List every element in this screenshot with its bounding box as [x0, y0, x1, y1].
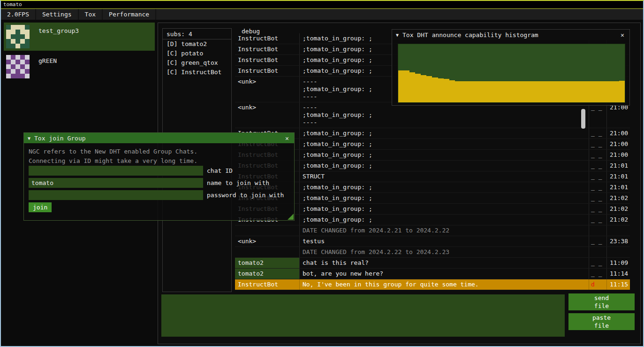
member-item[interactable]: [C] green_qtox	[163, 58, 231, 68]
message-status: d	[589, 279, 606, 290]
group-avatar-icon	[6, 25, 30, 48]
histogram-bar	[472, 81, 477, 102]
histogram-bar	[568, 81, 574, 102]
message-text: STRUCT	[299, 171, 589, 182]
join-button[interactable]: join	[29, 202, 52, 212]
join-info-line: Connecting via ID might take a very long…	[29, 156, 197, 166]
histogram-bar	[557, 81, 562, 102]
date-changed-text: DATE CHANGED from 2024.2.22 to 2024.2.23	[299, 247, 589, 257]
message-sender: tomato2	[235, 269, 299, 279]
join-password-input[interactable]	[29, 190, 203, 200]
chat-message-row[interactable]: tomato2chat is this real?_ _11:09	[235, 258, 630, 269]
chat-id-label: chat ID	[207, 167, 233, 174]
histogram-bar	[546, 81, 551, 102]
tomato-app-window: tomato 2.0FPSSettingsToxPerformance test…	[0, 0, 644, 347]
histogram-bar	[580, 81, 585, 102]
join-name-row: tomatoname to join with	[29, 178, 284, 188]
histogram-bar	[409, 72, 415, 102]
group-name: test_group3	[38, 27, 79, 51]
members-count: subs: 4	[163, 29, 231, 39]
histogram-bar	[506, 81, 511, 102]
histogram-bar	[421, 75, 426, 102]
message-sender: tomato2	[235, 258, 299, 268]
histogram-bar	[551, 81, 557, 102]
message-text: No, I've been in this group for quite so…	[299, 279, 589, 290]
join-password-row: password to join with	[29, 190, 284, 200]
histogram-bar	[449, 80, 455, 102]
message-time: 21:02	[606, 204, 630, 214]
message-status: _ _	[589, 150, 606, 160]
group-sidebar: test_group3gREEN	[4, 23, 155, 83]
message-status: _ _	[589, 258, 606, 268]
chat-message-row[interactable]: <unk>testus_ _23:38	[235, 236, 630, 247]
message-sender: InstructBot	[235, 279, 299, 290]
join-fields: chat IDtomatoname to join withpassword t…	[29, 166, 284, 202]
group-avatar-icon	[6, 55, 30, 78]
window-title: tomato	[3, 1, 22, 8]
date-changed-text: DATE CHANGED from 2024.2.21 to 2024.2.22	[299, 225, 589, 236]
message-input[interactable]	[161, 294, 565, 337]
menu-item-performance[interactable]: Performance	[103, 9, 156, 20]
message-text: ---- ;tomato_in_group: ; ----	[299, 102, 589, 128]
message-time: 11:14	[606, 269, 630, 279]
fps-counter: 2.0FPS	[1, 9, 36, 20]
member-item[interactable]: [C] InstructBot	[163, 68, 231, 77]
histogram-bar	[591, 81, 597, 102]
histogram-bar	[404, 70, 409, 102]
histogram-bar	[574, 81, 579, 102]
histogram-bar	[426, 76, 432, 102]
message-sender: InstructBot	[235, 33, 299, 44]
close-icon[interactable]: ✕	[619, 31, 626, 39]
message-time: 11:15	[606, 279, 630, 290]
chat-message-row[interactable]: <unk>---- ;tomato_in_group: ; ----_ _21:…	[235, 102, 630, 128]
chat-message-row[interactable]: InstructBotNo, I've been in this group f…	[235, 279, 630, 290]
message-text: ;tomato_in_group: ;	[299, 128, 589, 139]
message-text: ;tomato_in_group: ;	[299, 193, 589, 203]
chat-scrollbar-thumb[interactable]	[581, 109, 585, 129]
resize-grip[interactable]	[288, 214, 294, 220]
menu-item-tox[interactable]: Tox	[79, 9, 103, 20]
message-sender: InstructBot	[235, 44, 299, 54]
histogram-bar	[529, 81, 534, 102]
join-password-label: password to join with	[207, 192, 284, 199]
histogram-bar	[597, 81, 602, 102]
collapse-arrow-icon[interactable]: ▼	[396, 32, 399, 38]
histogram-bar	[477, 81, 483, 102]
send-file-button[interactable]: send file	[568, 293, 635, 310]
message-text: ;tomato_in_group: ;	[299, 204, 589, 214]
message-status: _ _	[589, 269, 606, 279]
histogram-plot	[398, 44, 625, 103]
chat-message-row[interactable]: tomato2bot, are you new here?_ _11:14	[235, 269, 630, 279]
close-icon[interactable]: ✕	[284, 135, 290, 142]
member-item[interactable]: [C] potato	[163, 49, 231, 58]
message-sender: <unk>	[235, 102, 299, 128]
histogram-bar	[489, 81, 494, 102]
message-text: ;tomato_in_group: ;	[299, 139, 589, 149]
histogram-bars	[398, 44, 625, 102]
group-item-test_group3[interactable]: test_group3	[4, 23, 155, 51]
histogram-bar	[455, 81, 461, 102]
group-item-gREEN[interactable]: gREEN	[4, 53, 155, 81]
paste-file-button[interactable]: paste file	[568, 313, 635, 330]
chat-id-input[interactable]	[29, 166, 203, 176]
join-group-titlebar[interactable]: ▼ Tox join Group ✕	[24, 133, 294, 143]
histogram-titlebar[interactable]: ▼ Tox DHT announce capability histogram …	[392, 30, 629, 40]
message-text: chat is this real?	[299, 258, 589, 268]
histogram-bar	[534, 81, 540, 102]
collapse-arrow-icon[interactable]: ▼	[28, 136, 30, 141]
histogram-bar	[619, 81, 625, 102]
histogram-bar	[614, 81, 619, 102]
message-status: _ _	[589, 171, 606, 182]
message-text: ;tomato_in_group: ;	[299, 215, 589, 225]
menu-item-settings[interactable]: Settings	[36, 9, 79, 20]
histogram-bar	[540, 81, 546, 102]
group-name: gREEN	[38, 57, 57, 81]
join-info-line: NGC refers to the New DHT enabled Group …	[29, 147, 197, 156]
member-item[interactable]: [D] tomato2	[163, 39, 231, 49]
message-sender: InstructBot	[235, 55, 299, 65]
join-name-input[interactable]: tomato	[29, 178, 203, 188]
histogram-bar	[523, 81, 529, 102]
histogram-bar	[602, 81, 608, 102]
message-text: ;tomato_in_group: ;	[299, 161, 589, 171]
histogram-bar	[494, 81, 500, 102]
